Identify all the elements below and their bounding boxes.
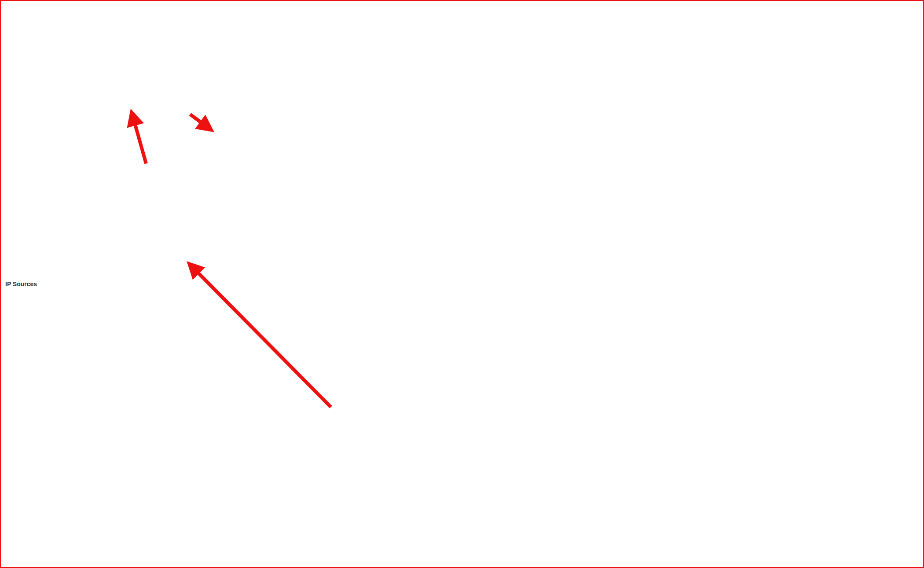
scroll-up-icon[interactable]: ▲ <box>326 90 330 95</box>
source-tree-item-ip-2[interactable]: ∨IP (2) <box>113 91 330 102</box>
run-row-impl-1[interactable]: ▷impl_1constrs_1Not startedVivado Implem… <box>110 497 920 508</box>
catalog-row-adders-subtracters[interactable]: >Adders & Subtracters <box>337 181 920 192</box>
run-button[interactable] <box>104 30 117 42</box>
collapse-all-icon[interactable] <box>352 91 358 91</box>
close-button[interactable]: × <box>320 66 326 73</box>
timing-button[interactable]: ⊙ <box>180 30 192 42</box>
settings-gear-icon[interactable]: ⚙ <box>909 89 915 97</box>
column-header-vlnv[interactable]: VLNV <box>601 116 711 126</box>
column-header-total-power[interactable]: Total Power <box>394 475 433 485</box>
search-icon[interactable] <box>114 466 118 470</box>
catalog-row-partial-reconfiguration[interactable]: >Partial Reconfiguration <box>337 313 920 324</box>
settings-gear-icon[interactable]: ⚙ <box>323 285 329 292</box>
chevron-right-icon[interactable]: > <box>134 167 140 173</box>
column-header-start[interactable]: Start <box>571 475 595 485</box>
column-header-status[interactable]: Status <box>526 116 568 126</box>
flownav-section-implementation[interactable]: ∨IMPLEMENTATION <box>0 296 105 309</box>
flownav-section-program-and-debug[interactable]: ∨PROGRAM AND DEBUG <box>0 340 105 353</box>
catalog-row-kernels[interactable]: >Kernels <box>337 159 920 170</box>
minimize-button[interactable]: – <box>95 47 102 54</box>
flownav-item-open-block-design[interactable]: Open Block Design <box>0 160 105 173</box>
column-header-wns[interactable]: WNS <box>296 475 315 485</box>
chevron-right-icon[interactable]: > <box>341 305 347 310</box>
column-header-tpws[interactable]: TPWS <box>374 475 394 485</box>
column-header-ff[interactable]: FF <box>491 475 505 485</box>
catalog-row-square-root[interactable]: >Square Root <box>337 280 920 291</box>
flownav-item-open-implemented-design[interactable]: >Open Implemented Design <box>0 323 105 336</box>
step-forward-icon[interactable]: ▶| <box>179 466 183 471</box>
chevron-down-icon[interactable]: ∨ <box>112 488 118 494</box>
menu-tools[interactable]: Tools <box>65 16 88 25</box>
scroll-right-icon[interactable]: ▶ <box>916 550 918 554</box>
column-header-name[interactable]: Name∧1 <box>337 116 474 126</box>
menu-reports[interactable]: Reports <box>88 16 120 25</box>
expand-all-icon[interactable]: ↕ <box>365 89 369 97</box>
sources-tab-hierarchy[interactable]: Hierarchy <box>113 250 150 262</box>
run-row-synth-1-active[interactable]: ∨▷synth_1 (active)constrs_1Not startedVi… <box>110 486 920 497</box>
catalog-row-dividers[interactable]: ∨Dividers <box>337 214 920 225</box>
run-play-icon[interactable]: ▶ <box>169 466 172 471</box>
scroll-right-icon[interactable]: ▶ <box>330 428 332 433</box>
source-tree-item-div-gen-0-sim-netlist-v[interactable]: div_gen_0_sim_netlist.v <box>113 218 330 228</box>
menu-window[interactable]: Window <box>120 16 151 25</box>
flownav-section-project-manager[interactable]: ∨PROJECT MANAGER <box>0 63 105 76</box>
bottom-tab-design-runs[interactable]: Design Runs× <box>254 449 308 461</box>
chevron-right-icon[interactable]: > <box>341 140 347 145</box>
back-nav-icon[interactable]: ◀ <box>300 285 305 292</box>
column-header-axi4[interactable]: AXI4 <box>474 116 526 126</box>
column-header-bram[interactable]: BRAM <box>505 475 528 485</box>
flownav-item-run-simulation[interactable]: Run Simulation <box>0 204 105 217</box>
type-combo[interactable]: Verilog Template <box>171 327 227 337</box>
enabled-checkbox[interactable]: ✓ <box>114 301 121 307</box>
catalog-tab-cores[interactable]: Cores <box>343 73 370 85</box>
menu-layout[interactable]: Layout <box>151 16 179 25</box>
chevron-right-icon[interactable]: > <box>341 129 347 134</box>
bottom-tab-tcl-console[interactable]: Tcl Console <box>113 449 156 461</box>
column-header-failed-routes[interactable]: Failed Routes <box>433 475 474 485</box>
menu-file[interactable]: File <box>4 16 22 25</box>
chevron-right-icon[interactable]: > <box>351 206 357 211</box>
chevron-down-icon[interactable]: ∨ <box>351 250 357 255</box>
add-icon[interactable]: + <box>150 79 154 87</box>
add-repository-icon[interactable]: + <box>389 89 394 97</box>
forward-nav-icon[interactable]: ▶ <box>311 285 317 292</box>
source-tree-item-div-gen-0-stub-vhdl[interactable]: div_gen_0_stub.vhdl <box>113 228 330 239</box>
search-icon[interactable] <box>342 91 346 95</box>
source-tree-item-synthesis-3[interactable]: >Synthesis (3) <box>113 144 330 154</box>
maximize-button[interactable]: □ <box>887 0 906 14</box>
scrollbar-thumb[interactable] <box>114 428 246 432</box>
doc-tab-ip-catalog[interactable]: IP Catalog× <box>407 60 454 72</box>
help-button[interactable]: ? <box>292 272 298 278</box>
expand-all-icon[interactable]: ↕ <box>137 464 141 472</box>
scrollbar-thumb[interactable] <box>916 120 920 287</box>
flownav-item-generate-block-design[interactable]: Generate Block Design <box>0 173 105 186</box>
chevron-right-icon[interactable]: > <box>351 239 357 244</box>
column-header-uram[interactable]: URAM <box>528 475 551 485</box>
catalog-row-fpga-features-and-design[interactable]: >FPGA Features and Design <box>337 148 920 159</box>
chart-button[interactable] <box>165 30 178 42</box>
show-hidden-icon[interactable]: ▩ <box>422 89 429 97</box>
chevron-right-icon[interactable]: > <box>341 316 347 321</box>
bottom-tab-log[interactable]: Log <box>198 449 219 461</box>
chevron-down-icon[interactable]: ∨ <box>127 104 133 110</box>
horizontal-scrollbar[interactable]: ◀ ▶ <box>111 427 333 433</box>
help-button[interactable]: ? <box>889 63 895 69</box>
catalog-row-cordic[interactable]: >CORDIC <box>337 203 920 214</box>
copy-document-button[interactable]: ▤ <box>56 30 69 42</box>
horizontal-scrollbar[interactable]: ◀ ▶ <box>111 549 919 555</box>
flownav-section-synthesis[interactable]: ∨SYNTHESIS <box>0 252 105 266</box>
flownav-section-simulation[interactable]: ∨SIMULATION <box>0 191 105 204</box>
close-icon[interactable]: × <box>397 63 400 69</box>
program-device-button[interactable]: ▦ <box>118 30 131 42</box>
catalog-row-multiplier[interactable]: MultiplierProductionIncludedxilinx.com:i… <box>337 269 920 280</box>
close-icon[interactable]: × <box>299 452 302 458</box>
bottom-tab-messages[interactable]: Messages <box>157 449 197 461</box>
redo-button[interactable]: ↷ <box>37 30 50 42</box>
float-button[interactable]: – <box>302 272 309 278</box>
chevron-right-icon[interactable]: > <box>351 184 357 189</box>
menu-view[interactable]: View <box>179 16 202 25</box>
column-header-license[interactable]: License <box>568 116 601 126</box>
flownav-section-rtl-analysis[interactable]: ∨RTL ANALYSIS <box>0 222 105 235</box>
catalog-tab-interfaces[interactable]: Interfaces <box>370 73 407 85</box>
save-button[interactable] <box>4 30 16 42</box>
